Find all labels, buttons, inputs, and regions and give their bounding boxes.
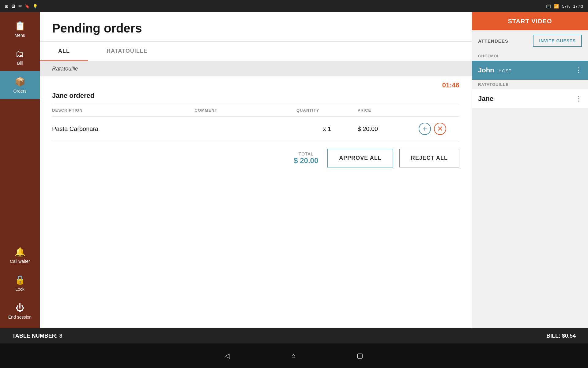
reject-all-button[interactable]: REJECT ALL [399, 149, 459, 167]
group-label-chezmoi: CHEZMOI [472, 51, 588, 61]
col-header-actions [419, 104, 459, 117]
tab-all[interactable]: ALL [40, 42, 88, 61]
start-video-button[interactable]: START VIDEO [472, 12, 588, 30]
lock-icon: 🔒 [15, 275, 25, 285]
bottom-bar: TABLE NUMBER: 3 BILL: $0.54 [0, 328, 588, 343]
sidebar-item-call-waiter[interactable]: 🔔 Call waiter [0, 241, 40, 269]
page-title: Pending orders [40, 12, 472, 42]
col-header-price: PRICE [358, 104, 419, 117]
menu-icon: 📋 [15, 21, 25, 31]
tab-ratatouille[interactable]: RATATOUILLE [88, 42, 166, 61]
bill-icon: 🗂 [16, 49, 24, 59]
item-price: $ 20.00 [358, 117, 419, 141]
item-comment [195, 117, 297, 141]
order-time: 01:46 [52, 76, 459, 92]
sidebar-bottom: 🔔 Call waiter 🔒 Lock ⏻ End session [0, 241, 40, 325]
sidebar-menu-label: Menu [14, 33, 25, 38]
android-nav: ◁ ⌂ ▢ [0, 343, 588, 368]
sidebar-item-orders[interactable]: 📦 Orders [0, 71, 40, 99]
table-section-header: Ratatouille [40, 61, 472, 76]
app-icon-2: 🖼 [11, 4, 15, 9]
table-row: Pasta Carbonara x 1 $ 20.00 + ✕ [52, 117, 459, 141]
end-session-icon: ⏻ [16, 303, 24, 313]
sidebar-item-menu[interactable]: 📋 Menu [0, 15, 40, 43]
order-table: DESCRIPTION COMMENT QUANTITY PRICE Pasta… [52, 104, 459, 141]
app-icon-3: ✉ [18, 4, 22, 9]
bill-amount: BILL: $0.54 [546, 333, 576, 339]
sidebar-lock-label: Lock [15, 287, 24, 292]
attendee-row-jane[interactable]: Jane ⋮ [472, 89, 588, 108]
order-by: Jane ordered [52, 92, 459, 104]
add-item-button[interactable]: + [419, 123, 431, 135]
center-content: Pending orders ALL RATATOUILLE Ratatouil… [40, 12, 472, 328]
col-header-quantity: QUANTITY [296, 104, 358, 117]
attendee-info-john: John HOST [478, 66, 512, 74]
app-icon-5: 💡 [33, 4, 38, 9]
status-bar: ⊞ 🖼 ✉ 🔖 💡 📳 📶 57% 17:43 [0, 0, 588, 12]
action-icons: + ✕ [419, 123, 459, 135]
sidebar-bill-label: Bill [17, 61, 23, 66]
bottom-bar-right: BILL: $0.54 [546, 333, 576, 339]
approve-all-button[interactable]: APPROVE ALL [327, 149, 393, 167]
attendee-role-john: HOST [499, 68, 512, 73]
sidebar-item-end-session[interactable]: ⏻ End session [0, 297, 40, 325]
item-actions: + ✕ [419, 117, 459, 141]
col-header-comment: COMMENT [195, 104, 297, 117]
battery-level: 57% [562, 4, 570, 9]
order-block: 01:46 Jane ordered DESCRIPTION COMMENT Q… [40, 76, 472, 177]
sidebar-item-lock[interactable]: 🔒 Lock [0, 269, 40, 297]
nav-home-button[interactable]: ⌂ [291, 352, 295, 360]
attendee-name-john: John [478, 66, 494, 74]
group-label-ratatouille: RATATOUILLE [472, 80, 588, 89]
total-label: TOTAL [294, 151, 318, 156]
sidebar-orders-label: Orders [13, 89, 27, 94]
wifi-icon: 📶 [554, 4, 559, 9]
attendees-label: ATTENDEES [478, 38, 508, 44]
orders-icon: 📦 [15, 77, 25, 87]
order-content: Ratatouille 01:46 Jane ordered DESCRIPTI… [40, 61, 472, 328]
vibrate-icon: 📳 [546, 4, 551, 9]
nav-back-button[interactable]: ◁ [225, 352, 230, 360]
app-icon-4: 🔖 [25, 4, 30, 9]
main-layout: 📋 Menu 🗂 Bill 📦 Orders 🔔 Call waiter 🔒 L… [0, 12, 588, 328]
total-amount: $ 20.00 [294, 156, 318, 165]
time-display: 17:43 [573, 4, 583, 9]
call-waiter-icon: 🔔 [15, 247, 25, 257]
attendee-row-john[interactable]: John HOST ⋮ [472, 61, 588, 80]
attendee-more-john[interactable]: ⋮ [575, 66, 582, 74]
tabs: ALL RATATOUILLE [40, 42, 472, 61]
attendee-more-jane[interactable]: ⋮ [575, 95, 582, 103]
attendee-name-jane: Jane [478, 95, 493, 102]
right-panel: START VIDEO ATTENDEES INVITE GUESTS CHEZ… [472, 12, 588, 328]
attendee-info-jane: Jane [478, 95, 493, 103]
attendees-section: ATTENDEES INVITE GUESTS [472, 30, 588, 51]
item-description: Pasta Carbonara [52, 117, 195, 141]
table-number: TABLE NUMBER: 3 [12, 333, 62, 339]
sidebar: 📋 Menu 🗂 Bill 📦 Orders 🔔 Call waiter 🔒 L… [0, 12, 40, 328]
status-bar-left: ⊞ 🖼 ✉ 🔖 💡 [5, 4, 38, 9]
sidebar-end-session-label: End session [8, 315, 32, 320]
remove-item-button[interactable]: ✕ [434, 123, 446, 135]
status-bar-right: 📳 📶 57% 17:43 [546, 4, 583, 9]
sidebar-call-waiter-label: Call waiter [10, 259, 30, 264]
app-icon-1: ⊞ [5, 4, 8, 9]
col-header-description: DESCRIPTION [52, 104, 195, 117]
sidebar-item-bill[interactable]: 🗂 Bill [0, 43, 40, 71]
total-block: TOTAL $ 20.00 [294, 151, 318, 165]
order-footer: TOTAL $ 20.00 APPROVE ALL REJECT ALL [52, 141, 459, 167]
invite-guests-button[interactable]: INVITE GUESTS [533, 35, 582, 47]
item-quantity: x 1 [296, 117, 358, 141]
nav-recent-button[interactable]: ▢ [357, 352, 363, 360]
